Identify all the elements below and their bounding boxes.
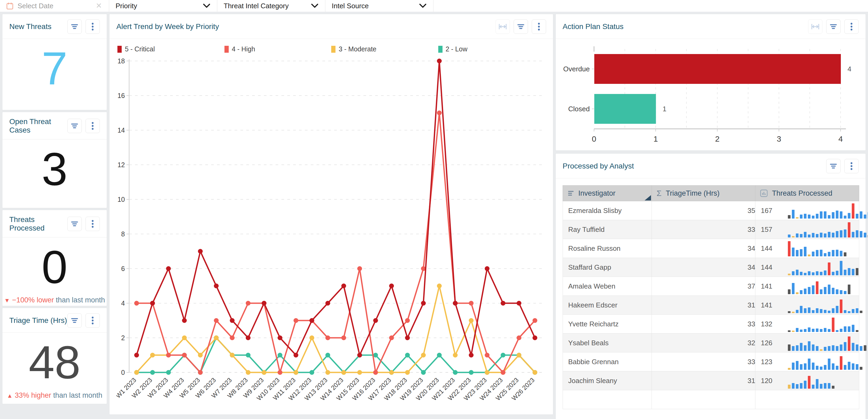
table-row[interactable]: Staffard Gapp34144 [563, 258, 859, 277]
date-filter[interactable]: Select Date ✕ [0, 0, 109, 12]
bar-closed[interactable] [594, 94, 656, 124]
filter-button[interactable] [826, 159, 841, 173]
data-point[interactable] [501, 353, 505, 357]
data-point[interactable] [262, 301, 267, 305]
data-point[interactable] [214, 284, 219, 288]
data-point[interactable] [389, 370, 394, 375]
table-row[interactable]: Rosaline Russon34144 [563, 239, 859, 258]
data-point[interactable] [326, 353, 330, 357]
data-point[interactable] [469, 370, 474, 375]
legend-item[interactable]: 5 - Critical [117, 45, 224, 53]
data-point[interactable] [405, 335, 410, 340]
data-point[interactable] [532, 335, 537, 340]
data-point[interactable] [405, 318, 410, 323]
data-point[interactable] [150, 301, 155, 305]
data-point[interactable] [182, 318, 187, 323]
expand-button[interactable] [808, 20, 823, 34]
data-point[interactable] [293, 318, 298, 323]
column-header-investigator[interactable]: Investigator [563, 186, 652, 201]
data-point[interactable] [214, 318, 219, 323]
data-point[interactable] [341, 370, 346, 375]
data-point[interactable] [293, 353, 298, 357]
more-options-button[interactable] [86, 217, 100, 231]
data-point[interactable] [278, 335, 282, 340]
data-point[interactable] [198, 249, 203, 254]
table-row[interactable]: Hakeem Edscer31141 [563, 296, 859, 315]
data-point[interactable] [309, 370, 314, 375]
data-point[interactable] [326, 301, 330, 305]
data-point[interactable] [341, 284, 346, 288]
data-point[interactable] [150, 353, 155, 357]
data-point[interactable] [421, 370, 426, 375]
data-point[interactable] [437, 110, 442, 115]
data-point[interactable] [246, 353, 251, 357]
data-point[interactable] [262, 370, 267, 375]
data-point[interactable] [373, 318, 378, 323]
data-point[interactable] [485, 266, 489, 271]
data-point[interactable] [198, 370, 203, 375]
data-point[interactable] [326, 370, 330, 375]
more-options-button[interactable] [532, 20, 546, 34]
data-point[interactable] [182, 353, 187, 357]
data-point[interactable] [134, 301, 139, 305]
data-point[interactable] [517, 335, 521, 340]
data-point[interactable] [278, 353, 282, 357]
data-point[interactable] [134, 353, 139, 357]
data-point[interactable] [453, 301, 458, 305]
data-point[interactable] [230, 335, 235, 340]
data-point[interactable] [517, 353, 521, 357]
data-point[interactable] [485, 353, 489, 357]
data-point[interactable] [501, 301, 505, 305]
data-point[interactable] [389, 335, 394, 340]
data-point[interactable] [437, 59, 442, 63]
filter-button[interactable] [67, 313, 82, 328]
table-row[interactable]: Yvette Reichartz33132 [563, 315, 859, 333]
data-point[interactable] [421, 301, 426, 305]
data-point[interactable] [166, 353, 171, 357]
data-point[interactable] [485, 370, 489, 375]
data-point[interactable] [166, 266, 171, 271]
data-point[interactable] [230, 318, 235, 323]
data-point[interactable] [293, 370, 298, 375]
data-point[interactable] [166, 370, 171, 375]
data-point[interactable] [309, 318, 314, 323]
data-point[interactable] [437, 284, 442, 288]
data-point[interactable] [373, 370, 378, 375]
more-options-button[interactable] [86, 313, 100, 328]
bar-overdue[interactable] [594, 54, 841, 84]
table-row[interactable]: Joachim Sleany31120 [563, 372, 859, 390]
filter-button[interactable] [67, 119, 82, 133]
data-point[interactable] [469, 318, 474, 323]
data-point[interactable] [501, 370, 505, 375]
column-header-threats-processed[interactable]: Threats Processed [755, 186, 859, 201]
data-point[interactable] [357, 370, 362, 375]
more-options-button[interactable] [844, 159, 859, 173]
data-point[interactable] [405, 353, 410, 357]
data-point[interactable] [469, 353, 474, 357]
data-point[interactable] [405, 370, 410, 375]
data-point[interactable] [326, 335, 330, 340]
data-point[interactable] [150, 370, 155, 375]
data-point[interactable] [453, 353, 458, 357]
intel-source-dropdown[interactable]: Intel Source [326, 0, 433, 12]
data-point[interactable] [357, 353, 362, 357]
data-point[interactable] [373, 353, 378, 357]
data-point[interactable] [469, 301, 474, 305]
legend-item[interactable]: 2 - Low [438, 45, 545, 53]
data-point[interactable] [278, 370, 282, 375]
data-point[interactable] [309, 335, 314, 340]
data-point[interactable] [230, 353, 235, 357]
data-point[interactable] [437, 353, 442, 357]
data-point[interactable] [182, 335, 187, 340]
more-options-button[interactable] [86, 119, 100, 133]
filter-button[interactable] [826, 20, 841, 34]
column-header-triagetime-hrs-[interactable]: ΣTriageTime (Hrs) [652, 186, 755, 201]
data-point[interactable] [532, 370, 537, 375]
table-row[interactable]: Ysabel Beals32126 [563, 333, 859, 352]
data-point[interactable] [246, 301, 251, 305]
filter-button[interactable] [514, 20, 528, 34]
table-row[interactable]: Amalea Weben37141 [563, 277, 859, 296]
data-point[interactable] [453, 370, 458, 375]
filter-button[interactable] [67, 20, 82, 34]
data-point[interactable] [198, 353, 203, 357]
